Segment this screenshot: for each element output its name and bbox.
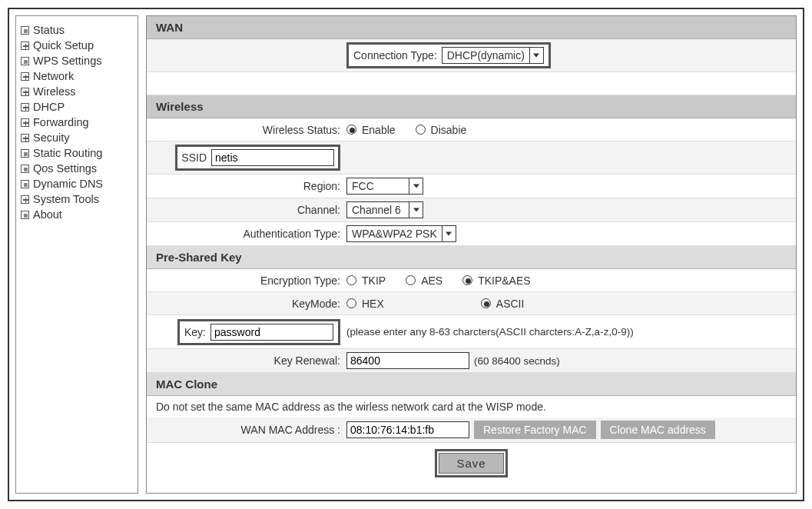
ssid-highlight: SSID	[175, 145, 340, 171]
key-row: Key: (please enter any 8-63 charcters(AS…	[147, 315, 796, 349]
wireless-status-row: Wireless Status: Enable Disabie	[147, 118, 796, 141]
wireless-disable-radio[interactable]: Disabie	[416, 124, 467, 136]
sidebar-item-label: Quick Setup	[33, 39, 94, 52]
sidebar-item-label: WPS Settings	[33, 55, 101, 67]
sidebar-item-secuity[interactable]: Secuity	[21, 130, 133, 145]
key-input[interactable]	[210, 324, 333, 341]
radio-icon	[481, 298, 491, 308]
auth-row: Authentication Type: WPA&WPA2 PSK	[147, 222, 796, 246]
renewal-row: Key Renewal: (60 86400 secnds)	[147, 349, 796, 373]
key-label: Key:	[184, 326, 206, 338]
auth-label: Authentication Type:	[147, 228, 346, 240]
radio-icon	[462, 275, 472, 285]
psk-header: Pre-Shared Key	[147, 246, 796, 269]
sidebar-item-quick-setup[interactable]: Quick Setup	[21, 38, 133, 53]
sidebar-item-label: Qos Settings	[33, 162, 97, 175]
sidebar: StatusQuick SetupWPS SettingsNetworkWire…	[15, 15, 138, 494]
sidebar-item-status[interactable]: Status	[21, 22, 133, 38]
sidebar-item-dhcp[interactable]: DHCP	[21, 99, 133, 115]
renewal-label: Key Renewal:	[147, 354, 346, 367]
sidebar-item-wps-settings[interactable]: WPS Settings	[21, 53, 133, 68]
keymode-ascii-radio[interactable]: ASCII	[481, 298, 525, 310]
expand-icon	[21, 88, 29, 96]
expand-icon	[21, 118, 29, 127]
main-panel: WAN Connection Type: DHCP(dynamic) Wirel…	[146, 15, 797, 494]
wan-mac-row: WAN MAC Address : Restore Factory MAC Cl…	[147, 418, 796, 443]
sidebar-item-qos-settings[interactable]: Qos Settings	[21, 161, 133, 176]
connection-type-highlight: Connection Type: DHCP(dynamic)	[346, 42, 551, 68]
expand-icon	[21, 134, 29, 142]
restore-mac-button[interactable]: Restore Factory MAC	[474, 421, 596, 439]
encryption-label: Encryption Type:	[147, 274, 346, 287]
sidebar-item-system-tools[interactable]: System Tools	[21, 191, 133, 207]
sidebar-item-about[interactable]: About	[21, 207, 133, 222]
expand-icon	[21, 42, 29, 50]
sidebar-item-label: Dynamic DNS	[33, 178, 103, 190]
keymode-row: KeyMode: HEX ASCII	[147, 292, 796, 315]
sidebar-item-label: Secuity	[33, 131, 70, 144]
save-button[interactable]: Save	[439, 453, 503, 474]
bullet-icon	[21, 149, 29, 158]
connection-type-select[interactable]: DHCP(dynamic)	[442, 47, 544, 64]
key-hint: (please enter any 8-63 charcters(ASCII c…	[346, 326, 634, 338]
keymode-label: KeyMode:	[147, 298, 346, 310]
bullet-icon	[21, 211, 29, 219]
bullet-icon	[21, 26, 29, 35]
ssid-label: SSID	[181, 151, 207, 164]
sidebar-item-wireless[interactable]: Wireless	[21, 84, 133, 99]
sidebar-item-static-routing[interactable]: Static Routing	[21, 145, 133, 161]
enc-aes-radio[interactable]: AES	[406, 274, 442, 287]
wireless-status-label: Wireless Status:	[147, 124, 346, 136]
sidebar-item-network[interactable]: Network	[21, 68, 133, 84]
ssid-row: SSID	[147, 141, 796, 175]
radio-icon	[346, 275, 356, 285]
radio-icon	[416, 125, 426, 135]
region-label: Region:	[147, 180, 346, 192]
chevron-down-icon	[409, 178, 423, 194]
sidebar-item-forwarding[interactable]: Forwarding	[21, 115, 133, 130]
radio-icon	[406, 275, 416, 285]
expand-icon	[21, 72, 29, 81]
expand-icon	[21, 103, 29, 111]
expand-icon	[21, 195, 29, 204]
region-select[interactable]: FCC	[346, 178, 423, 195]
wireless-header: Wireless	[147, 95, 796, 118]
ssid-input[interactable]	[211, 149, 334, 166]
mac-note: Do not set the same MAC address as the w…	[147, 396, 796, 418]
sidebar-item-label: Wireless	[33, 85, 76, 98]
enc-both-radio[interactable]: TKIP&AES	[462, 274, 530, 287]
clone-mac-button[interactable]: Clone MAC address	[601, 421, 715, 439]
connection-type-row: Connection Type: DHCP(dynamic)	[147, 39, 796, 72]
connection-type-label: Connection Type:	[353, 49, 437, 62]
bullet-icon	[21, 57, 29, 65]
sidebar-item-label: Status	[33, 24, 65, 36]
bullet-icon	[21, 180, 29, 188]
enc-tkip-radio[interactable]: TKIP	[346, 274, 386, 287]
app-frame: StatusQuick SetupWPS SettingsNetworkWire…	[8, 8, 804, 501]
chevron-down-icon	[409, 202, 423, 218]
sidebar-item-label: Forwarding	[33, 116, 89, 128]
renewal-input[interactable]	[346, 352, 469, 369]
channel-row: Channel: Channel 6	[147, 198, 796, 222]
sidebar-item-dynamic-dns[interactable]: Dynamic DNS	[21, 176, 133, 191]
renewal-hint: (60 86400 secnds)	[474, 355, 560, 367]
mac-header: MAC Clone	[147, 373, 796, 396]
sidebar-item-label: System Tools	[33, 193, 99, 205]
key-highlight: Key:	[177, 319, 340, 345]
save-row: Save	[147, 443, 796, 484]
sidebar-item-label: Static Routing	[33, 147, 102, 159]
chevron-down-icon	[529, 48, 543, 63]
channel-select[interactable]: Channel 6	[346, 201, 423, 218]
radio-icon	[346, 298, 356, 308]
keymode-hex-radio[interactable]: HEX	[346, 298, 384, 310]
radio-icon	[346, 125, 356, 135]
auth-select[interactable]: WPA&WPA2 PSK	[346, 225, 456, 242]
chevron-down-icon	[442, 226, 456, 241]
encryption-row: Encryption Type: TKIP AES TKIP&AES	[147, 269, 796, 292]
sidebar-item-label: DHCP	[33, 101, 65, 113]
wireless-enable-radio[interactable]: Enable	[346, 124, 396, 136]
sidebar-item-label: Network	[33, 70, 74, 82]
bullet-icon	[21, 165, 29, 173]
wan-mac-input[interactable]	[346, 421, 469, 438]
region-row: Region: FCC	[147, 175, 796, 198]
